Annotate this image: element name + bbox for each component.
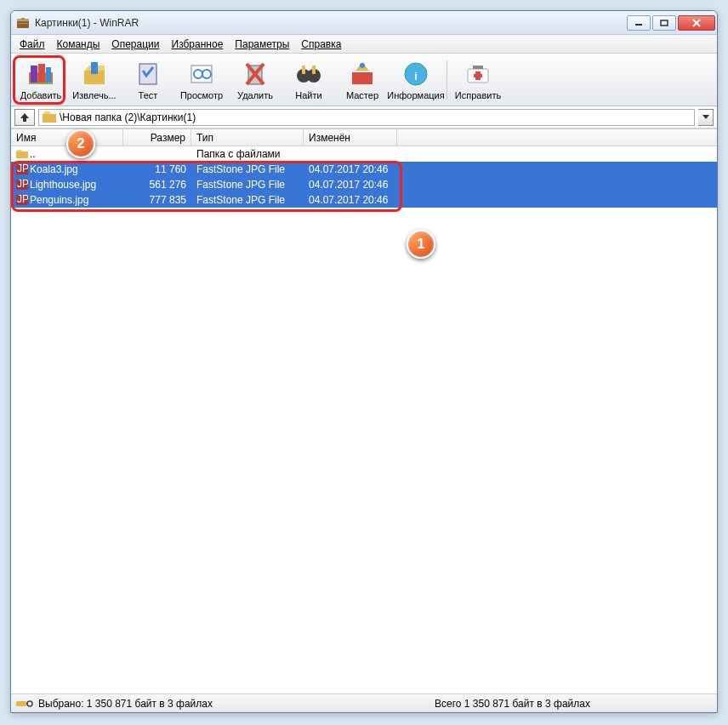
window-title: Картинки(1) - WinRAR [35, 17, 627, 29]
svg-rect-2 [21, 18, 25, 20]
statusbar: Выбрано: 1 350 871 байт в 3 файлах Всего… [11, 694, 717, 712]
address-path: \Новая папка (2)\Картинки(1) [60, 111, 196, 123]
svg-rect-11 [46, 67, 51, 83]
address-dropdown-button[interactable] [698, 109, 714, 126]
file-row[interactable]: JPGKoala3.jpg 11 760 FastStone JPG File … [11, 162, 717, 177]
repair-button[interactable]: Исправить [452, 56, 504, 104]
test-icon [133, 59, 163, 89]
status-total: Всего 1 350 871 байт в 3 файлах [435, 698, 639, 710]
svg-rect-15 [91, 62, 98, 74]
find-button[interactable]: Найти [282, 56, 335, 104]
svg-marker-35 [20, 113, 29, 122]
menu-commands[interactable]: Команды [52, 37, 105, 52]
file-row[interactable]: JPGLighthouse.jpg 561 276 FastStone JPG … [11, 177, 717, 192]
svg-point-28 [360, 63, 365, 68]
info-icon: i [401, 59, 431, 89]
toolbar: Добавить Извлечь... Тест Просмотр Удалит… [11, 54, 717, 106]
toolbar-separator [446, 60, 447, 100]
folder-up-icon [16, 149, 28, 159]
view-button[interactable]: Просмотр [175, 56, 228, 104]
delete-button[interactable]: Удалить [229, 56, 282, 104]
close-button[interactable] [678, 15, 715, 31]
folder-icon [43, 111, 56, 123]
add-button[interactable]: Добавить [14, 56, 67, 104]
first-aid-icon [463, 59, 493, 89]
column-header-row: Имя Размер Тип Изменён [11, 129, 717, 146]
status-selected: Выбрано: 1 350 871 байт в 3 файлах [38, 698, 242, 710]
svg-rect-5 [661, 20, 668, 26]
winrar-window: Картинки(1) - WinRAR Файл Команды Операц… [10, 10, 718, 713]
svg-rect-39 [16, 151, 28, 158]
winrar-icon [16, 16, 30, 30]
column-type[interactable]: Тип [191, 129, 304, 146]
svg-marker-38 [702, 115, 709, 119]
menubar: Файл Команды Операции Избранное Параметр… [11, 35, 717, 54]
minimize-button[interactable] [627, 15, 651, 31]
svg-rect-12 [29, 83, 53, 84]
svg-rect-36 [43, 114, 56, 123]
file-list-body[interactable]: .. Папка с файлами JPGKoala3.jpg 11 760 … [11, 146, 717, 694]
maximize-button[interactable] [652, 15, 676, 31]
wizard-button[interactable]: Мастер [336, 56, 389, 104]
view-icon [186, 59, 217, 89]
svg-text:JPG: JPG [17, 180, 28, 190]
svg-text:JPG: JPG [17, 164, 28, 174]
svg-rect-33 [474, 74, 482, 77]
menu-operations[interactable]: Операции [106, 37, 164, 52]
menu-help[interactable]: Справка [296, 37, 346, 52]
file-list: Имя Размер Тип Изменён .. Папка с файлам… [11, 128, 717, 694]
extract-button[interactable]: Извлечь... [68, 56, 121, 104]
address-input[interactable]: \Новая папка (2)\Картинки(1) [38, 109, 695, 126]
column-name[interactable]: Имя [11, 129, 123, 146]
extract-icon [79, 59, 110, 89]
test-button[interactable]: Тест [122, 56, 174, 104]
info-button[interactable]: i Информация [390, 56, 442, 104]
menu-favorites[interactable]: Избранное [167, 37, 229, 52]
svg-rect-34 [473, 66, 483, 69]
menu-file[interactable]: Файл [14, 37, 50, 52]
books-stack-icon [26, 59, 56, 89]
jpg-icon: JPG [16, 164, 28, 174]
svg-rect-9 [31, 66, 37, 83]
chevron-down-icon [702, 115, 709, 120]
drive-icon [16, 699, 33, 708]
svg-rect-25 [302, 66, 305, 74]
svg-marker-40 [16, 150, 23, 151]
column-modified[interactable]: Изменён [304, 129, 397, 146]
parent-folder-row[interactable]: .. Папка с файлами [11, 146, 717, 162]
svg-text:i: i [414, 71, 417, 83]
delete-icon [240, 59, 270, 89]
svg-rect-10 [38, 64, 45, 83]
svg-rect-3 [18, 23, 28, 24]
address-bar: \Новая папка (2)\Картинки(1) [11, 106, 717, 128]
jpg-icon: JPG [16, 195, 28, 205]
svg-rect-26 [312, 66, 316, 74]
column-size[interactable]: Размер [123, 129, 191, 146]
up-button[interactable] [14, 109, 35, 126]
up-arrow-icon [19, 111, 31, 123]
menu-options[interactable]: Параметры [230, 37, 294, 52]
svg-text:JPG: JPG [17, 195, 28, 205]
svg-marker-37 [43, 111, 51, 114]
binoculars-icon [293, 59, 324, 89]
svg-rect-27 [352, 72, 373, 84]
jpg-icon: JPG [16, 180, 28, 190]
wizard-icon [347, 59, 378, 89]
svg-rect-47 [16, 701, 26, 706]
titlebar[interactable]: Картинки(1) - WinRAR [11, 11, 717, 35]
file-row[interactable]: JPGPenguins.jpg 777 835 FastStone JPG Fi… [11, 192, 717, 208]
